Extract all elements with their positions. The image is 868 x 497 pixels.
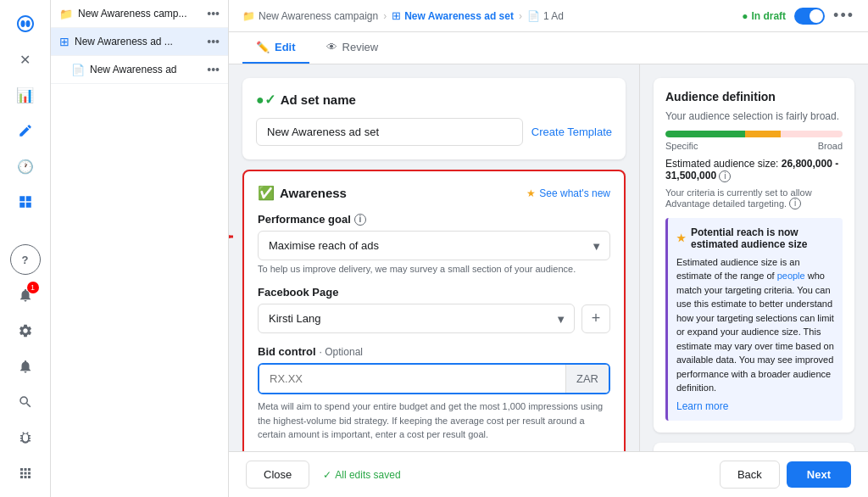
breadcrumb-ad-label: 1 Ad: [543, 10, 564, 22]
tab-edit-label: Edit: [275, 41, 296, 53]
ad-set-name-title: ●✓ Ad set name: [256, 92, 612, 108]
bid-currency-label: ZAR: [565, 365, 609, 393]
estimated-size-value: 26,800,000 - 31,500,000: [665, 158, 838, 181]
content-area: ●✓ Ad set name Create Template: [229, 64, 868, 451]
bid-optional-label: · Optional: [320, 346, 363, 358]
red-arrow: [229, 224, 240, 249]
close-button[interactable]: Close: [246, 461, 309, 489]
campaign-item-awareness[interactable]: 📁 New Awareness camp... •••: [51, 0, 228, 28]
check-circle-icon: ●✓: [256, 92, 275, 108]
audience-bar-track: [665, 131, 843, 137]
search-magnifier-icon[interactable]: [10, 387, 41, 417]
campaign-item-label: New Awareness camp...: [78, 8, 202, 20]
form-panel: ●✓ Ad set name Create Template: [229, 64, 639, 451]
audience-bar-labels: Specific Broad: [665, 141, 843, 151]
svg-point-1: [25, 20, 30, 27]
notifications-icon[interactable]: 1: [10, 280, 41, 310]
performance-goal-group: Performance goal i Maximise reach of ads…: [258, 213, 610, 274]
fb-page-label-text: Facebook Page: [258, 286, 338, 299]
breadcrumb-folder-icon: 📁: [242, 10, 255, 22]
ad-set-name-input[interactable]: [256, 118, 523, 146]
check-saved-icon: ✓: [323, 469, 331, 481]
campaigns-grid-icon[interactable]: [10, 187, 41, 217]
perf-goal-select[interactable]: Maximise reach of ads Maximise impressio…: [258, 231, 610, 260]
breadcrumb-campaign[interactable]: 📁 New Awareness campaign: [242, 10, 378, 22]
ad-doc-icon: 📄: [71, 64, 85, 76]
meta-bid-note: Meta will aim to spend your entire budge…: [258, 399, 610, 442]
bottom-right-buttons: Back Next: [720, 461, 851, 489]
fb-page-select[interactable]: Kirsti Lang: [258, 304, 575, 333]
perf-goal-label-text: Performance goal: [258, 213, 351, 226]
bottom-left: Close ✓ All edits saved: [246, 461, 401, 489]
fb-page-label: Facebook Page: [258, 286, 610, 299]
bid-control-label: Bid control · Optional: [258, 345, 610, 358]
breadcrumb: 📁 New Awareness campaign › ⊞ New Awarene…: [242, 9, 564, 22]
next-button[interactable]: Next: [787, 461, 851, 488]
adset-grid-icon: ⊞: [59, 35, 70, 48]
history-icon[interactable]: 🕐: [10, 151, 41, 181]
adset-item-label: New Awareness ad ...: [75, 36, 202, 47]
advantage-title-text: Potential reach is now estimated audienc…: [691, 226, 834, 250]
settings-gear-icon[interactable]: [10, 316, 41, 346]
tab-review[interactable]: 👁 Review: [313, 32, 392, 64]
campaign-item-ad[interactable]: 📄 New Awareness ad •••: [51, 56, 228, 84]
ad-item-label: New Awareness ad: [90, 64, 202, 75]
left-sidebar: ✕ 📊 🕐 ? 1: [0, 0, 51, 497]
breadcrumb-ad[interactable]: 📄 1 Ad: [527, 10, 564, 22]
performance-goal-label: Performance goal i: [258, 213, 610, 226]
breadcrumb-ad-doc-icon: 📄: [527, 10, 540, 22]
folder-icon: 📁: [59, 8, 73, 20]
alert-bell-icon[interactable]: [10, 351, 41, 382]
facebook-page-group: Facebook Page Kirsti Lang ▼ +: [258, 286, 610, 333]
adset-more-icon[interactable]: •••: [207, 35, 220, 48]
review-eye-icon: 👁: [326, 41, 337, 53]
awareness-card: ✅ Awareness ★ See what's new Performance…: [242, 170, 626, 451]
svg-point-0: [20, 20, 25, 27]
chart-bar-icon[interactable]: 📊: [10, 80, 41, 110]
saved-status: ✓ All edits saved: [323, 469, 400, 481]
bar-broad-label: Broad: [818, 141, 843, 151]
audience-bar: Specific Broad: [665, 131, 843, 151]
criteria-note: Your criteria is currently set to allow …: [665, 187, 843, 209]
bid-input[interactable]: [259, 365, 565, 393]
saved-label: All edits saved: [335, 469, 400, 481]
add-page-button[interactable]: +: [581, 304, 610, 333]
perf-goal-info-icon[interactable]: i: [354, 214, 366, 226]
campaign-more-icon[interactable]: •••: [207, 7, 220, 20]
bar-specific-label: Specific: [665, 141, 698, 151]
edit-pencil-icon[interactable]: [10, 115, 41, 146]
awareness-title: ✅ Awareness: [258, 185, 347, 201]
meta-logo[interactable]: [10, 8, 41, 39]
campaign-item-adset[interactable]: ⊞ New Awareness ad ... •••: [51, 28, 228, 56]
status-label: In draft: [751, 10, 786, 22]
see-whats-new-btn[interactable]: ★ See what's new: [526, 187, 610, 199]
tab-edit[interactable]: ✏️ Edit: [242, 32, 309, 64]
grid-apps-icon[interactable]: [10, 458, 41, 489]
create-template-button[interactable]: Create Template: [531, 126, 612, 138]
back-button[interactable]: Back: [720, 461, 780, 489]
help-icon[interactable]: ?: [10, 244, 41, 275]
status-dot: ●: [742, 10, 748, 22]
star-icon: ★: [526, 187, 536, 199]
publish-toggle[interactable]: [794, 8, 825, 25]
bid-control-group: Bid control · Optional ZAR Meta will aim…: [258, 345, 610, 442]
page-select-container: Kirsti Lang ▼: [258, 304, 575, 333]
edit-review-tabs: ✏️ Edit 👁 Review: [229, 32, 868, 64]
bid-input-wrapper: ZAR: [258, 363, 610, 394]
people-highlight: people: [777, 271, 805, 281]
advantage-star-icon: ★: [676, 232, 686, 244]
criteria-info-icon[interactable]: i: [789, 198, 801, 209]
top-more-icon[interactable]: •••: [833, 7, 854, 25]
bug-report-icon[interactable]: [10, 422, 41, 453]
bid-label-text: Bid control: [258, 345, 316, 358]
bottom-bar: Close ✓ All edits saved Back Next: [229, 451, 868, 497]
close-sidebar-icon[interactable]: ✕: [10, 44, 41, 75]
breadcrumb-adset[interactable]: ⊞ New Awareness ad set: [392, 9, 514, 22]
ad-more-icon[interactable]: •••: [207, 63, 220, 76]
advantage-text: Estimated audience size is an estimate o…: [676, 255, 834, 395]
main-content-wrapper: 📁 New Awareness campaign › ⊞ New Awarene…: [229, 0, 868, 497]
estimated-size-info-icon[interactable]: i: [719, 170, 731, 182]
page-row: Kirsti Lang ▼ +: [258, 304, 610, 333]
learn-more-link[interactable]: Learn more: [676, 400, 834, 412]
breadcrumb-adset-icon: ⊞: [392, 9, 401, 22]
